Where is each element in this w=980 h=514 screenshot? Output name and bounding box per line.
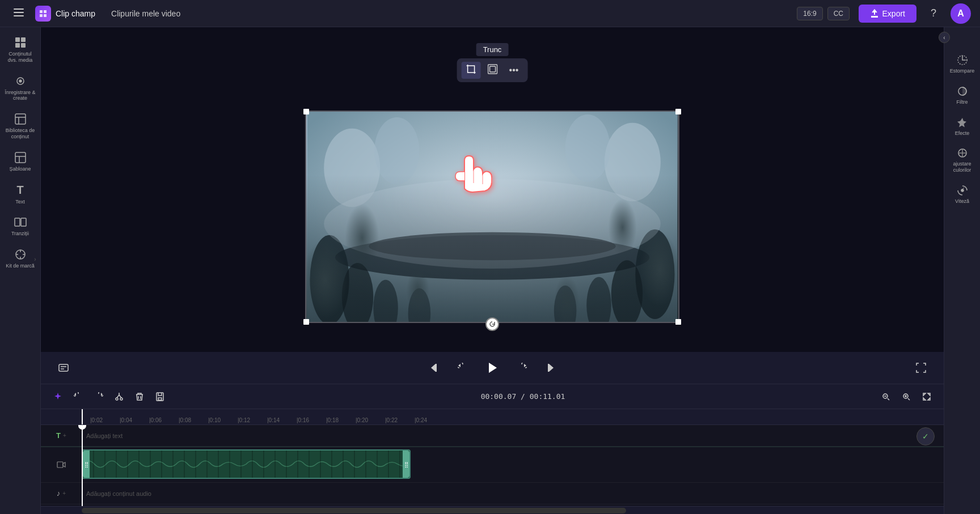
redo-button[interactable] bbox=[91, 389, 107, 405]
video-track-content[interactable]: ⣿ ⣿ bbox=[82, 447, 944, 482]
ruler-mark: |0:12 bbox=[229, 417, 259, 424]
svg-point-31 bbox=[324, 179, 661, 269]
sidebar-item-media[interactable]: Conținutul dvs. media bbox=[2, 32, 39, 68]
sidebar-item-templates[interactable]: Șabloane bbox=[2, 147, 39, 177]
sidebar-label-brand: Kit de marcă bbox=[6, 263, 35, 269]
crop-btn[interactable] bbox=[462, 62, 481, 79]
timeline-scrollbar[interactable] bbox=[41, 506, 944, 514]
sidebar-item-transitions[interactable]: Tranziții bbox=[2, 211, 39, 241]
aspect-ratio-badge[interactable]: 16:9 bbox=[797, 7, 822, 20]
video-clip-inner bbox=[83, 451, 409, 478]
timeline-scroll-thumb[interactable] bbox=[82, 508, 626, 513]
corner-handle-tr[interactable] bbox=[675, 109, 681, 114]
sidebar-item-content-lib[interactable]: Biblioteca de conținut bbox=[2, 108, 39, 145]
ruler-marks-container: |0:02 |0:04 |0:06 |0:08 |0:10 bbox=[82, 409, 436, 424]
right-sidebar-color[interactable]: ajustare culorilor bbox=[947, 143, 978, 178]
ruler-mark: |0:10 bbox=[200, 417, 229, 424]
zoom-in-button[interactable] bbox=[898, 389, 914, 405]
svg-rect-1 bbox=[14, 12, 24, 13]
timeline-tracks: T + Adăugați text bbox=[41, 425, 944, 506]
layout-btn[interactable] bbox=[483, 62, 502, 79]
collapse-area: ‹ bbox=[944, 32, 980, 43]
audio-track-row: ♪ + Adăugați conținut audio bbox=[41, 483, 944, 504]
timeline-toolbar: 00:00.07 / 00:11.01 bbox=[41, 384, 944, 409]
svg-point-8 bbox=[19, 80, 22, 82]
delete-button[interactable] bbox=[132, 389, 147, 405]
fullscreen-button[interactable] bbox=[912, 359, 930, 377]
ruler-mark: |0:04 bbox=[111, 417, 141, 424]
svg-marker-42 bbox=[524, 364, 526, 367]
right-sidebar-speed[interactable]: Viteză bbox=[947, 180, 978, 209]
zoom-out-button[interactable] bbox=[878, 389, 894, 405]
corner-handle-bl[interactable] bbox=[303, 319, 309, 325]
svg-rect-5 bbox=[15, 43, 20, 48]
rotation-handle[interactable] bbox=[485, 317, 499, 331]
ruler-mark: |0:14 bbox=[259, 417, 288, 424]
sidebar-item-record[interactable]: Înregistrare & create bbox=[2, 70, 39, 107]
export-button[interactable]: Export bbox=[859, 5, 916, 23]
fit-timeline-button[interactable] bbox=[919, 389, 935, 405]
caption-toggle[interactable] bbox=[54, 359, 73, 377]
cc-badge[interactable]: CC bbox=[827, 7, 850, 20]
avatar-button[interactable]: A bbox=[951, 3, 971, 24]
help-button[interactable]: ? bbox=[923, 3, 944, 24]
save-button[interactable] bbox=[152, 389, 168, 405]
transform-label: Estompare bbox=[950, 68, 975, 74]
right-sidebar-collapse-button[interactable]: ‹ bbox=[939, 32, 950, 43]
clip-handle-left[interactable]: ⣿ bbox=[83, 451, 90, 478]
play-pause-button[interactable] bbox=[481, 356, 504, 379]
svg-point-22 bbox=[611, 260, 643, 322]
clip-handle-right[interactable]: ⣿ bbox=[403, 451, 409, 478]
more-btn[interactable]: ••• bbox=[505, 63, 523, 78]
ruler-mark: |0:20 bbox=[347, 417, 377, 424]
svg-point-25 bbox=[408, 288, 431, 322]
text-track-icon: T bbox=[56, 431, 61, 440]
svg-rect-50 bbox=[158, 398, 162, 400]
cut-button[interactable] bbox=[111, 389, 127, 405]
crop-toolbar: ••• bbox=[457, 58, 528, 82]
svg-rect-35 bbox=[59, 364, 68, 371]
sidebar-label-text: Text bbox=[15, 199, 25, 205]
ruler-mark: |0:24 bbox=[406, 417, 436, 424]
right-sidebar-filters[interactable]: Filtre bbox=[947, 81, 978, 110]
magic-tool-button[interactable] bbox=[50, 389, 66, 405]
skip-back-button[interactable] bbox=[426, 359, 445, 377]
menu-button[interactable] bbox=[9, 5, 28, 22]
right-sidebar-transform[interactable]: Estompare bbox=[947, 50, 978, 79]
svg-rect-16 bbox=[307, 112, 678, 322]
right-sidebar-effects[interactable]: Efecte bbox=[947, 112, 978, 141]
video-clip[interactable]: ⣿ ⣿ bbox=[82, 449, 411, 479]
svg-rect-15 bbox=[490, 66, 496, 72]
confirm-button[interactable]: ✓ bbox=[916, 427, 935, 445]
rewind-10-button[interactable] bbox=[454, 359, 472, 377]
svg-rect-49 bbox=[157, 393, 163, 401]
svg-line-52 bbox=[888, 398, 889, 400]
timeline-area: 00:00.07 / 00:11.01 bbox=[41, 384, 944, 514]
undo-button[interactable] bbox=[70, 389, 86, 405]
text-icon: T bbox=[16, 184, 23, 197]
audio-track-content[interactable]: Adăugați conținut audio bbox=[82, 483, 944, 504]
topbar-right: Export ? A bbox=[859, 3, 971, 24]
forward-10-button[interactable] bbox=[513, 359, 531, 377]
text-track-content[interactable]: Adăugați text bbox=[82, 425, 944, 446]
sidebar-item-brand[interactable]: Kit de marcă › bbox=[2, 244, 39, 274]
audio-track-label: ♪ + bbox=[41, 489, 82, 498]
sidebar-item-text[interactable]: T Text bbox=[2, 179, 39, 210]
svg-point-18 bbox=[369, 232, 615, 260]
right-sidebar: ‹ Estompare Filtre Efecte bbox=[944, 27, 980, 514]
timeline-tools-left bbox=[50, 389, 168, 405]
text-track-label: T + bbox=[41, 431, 82, 440]
corner-handle-br[interactable] bbox=[675, 319, 681, 325]
text-track-row: T + Adăugați text bbox=[41, 425, 944, 447]
sidebar-label-record: Înregistrare & create bbox=[5, 90, 36, 102]
app-name: Clip champ bbox=[56, 9, 95, 18]
svg-point-64 bbox=[961, 189, 964, 192]
svg-rect-59 bbox=[83, 451, 409, 478]
svg-rect-9 bbox=[15, 114, 26, 124]
corner-handle-tl[interactable] bbox=[303, 109, 309, 114]
svg-point-29 bbox=[374, 117, 419, 185]
svg-point-17 bbox=[335, 235, 649, 280]
skip-forward-button[interactable] bbox=[540, 359, 558, 377]
svg-rect-4 bbox=[21, 37, 26, 42]
crop-tooltip: Trunc bbox=[476, 43, 509, 56]
